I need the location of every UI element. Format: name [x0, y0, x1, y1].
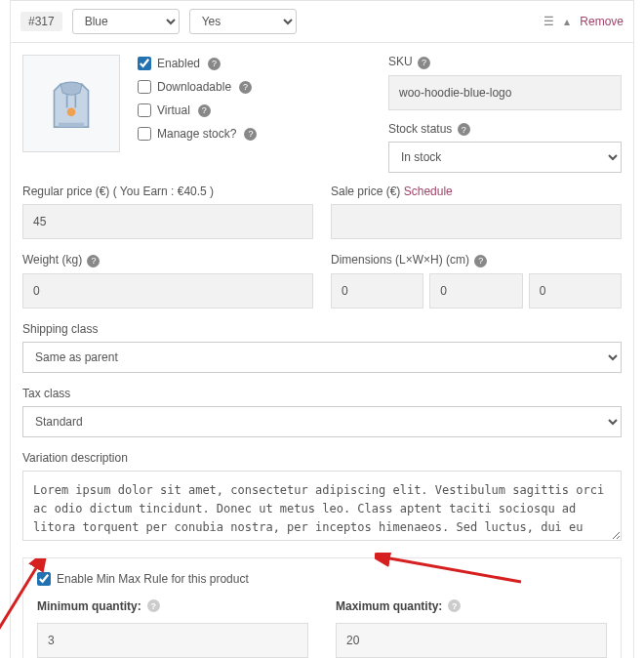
svg-point-2 [67, 107, 76, 116]
max-qty-label: Maximum quantity: ? [336, 599, 607, 613]
minmax-panel: Enable Min Max Rule for this product Min… [22, 557, 622, 659]
shipping-class-label: Shipping class [22, 322, 622, 336]
shipping-class-select[interactable]: Same as parent [22, 342, 622, 373]
tax-class-label: Tax class [22, 387, 622, 400]
downloadable-checkbox[interactable]: Downloadable ? [138, 80, 371, 94]
min-qty-input[interactable] [37, 623, 308, 658]
variation-image[interactable] [22, 55, 120, 152]
help-icon[interactable]: ? [87, 255, 100, 267]
max-qty-input[interactable] [336, 623, 607, 658]
help-icon[interactable]: ? [448, 599, 461, 612]
collapse-icon[interactable]: ▴ [564, 15, 570, 28]
stock-status-label: Stock status ? [388, 122, 622, 137]
sale-price-label: Sale price (€) Schedule [331, 185, 622, 198]
variation-description-label: Variation description [22, 451, 622, 465]
min-qty-label: Minimum quantity: ? [37, 599, 308, 613]
enabled-label: Enabled [157, 57, 200, 70]
attribute-select-1[interactable]: Blue [72, 9, 180, 34]
svg-rect-3 [59, 123, 84, 127]
sale-price-input[interactable] [331, 204, 622, 239]
variation-options: Enabled ? Downloadable ? Virtual ? Manag… [138, 55, 371, 173]
help-icon[interactable]: ? [208, 58, 221, 70]
help-icon[interactable]: ? [147, 599, 160, 612]
downloadable-label: Downloadable [157, 80, 231, 94]
help-icon[interactable]: ? [458, 123, 470, 136]
manage-stock-label: Manage stock? [157, 127, 236, 141]
enable-minmax-label: Enable Min Max Rule for this product [57, 572, 249, 586]
manage-stock-checkbox[interactable]: Manage stock? ? [138, 127, 371, 141]
svg-line-5 [0, 563, 39, 632]
schedule-link[interactable]: Schedule [404, 185, 453, 198]
tax-class-select[interactable]: Standard [22, 406, 622, 437]
variation-id: #317 [20, 12, 62, 31]
sku-label: SKU ? [388, 55, 622, 69]
weight-input[interactable] [22, 273, 313, 308]
dimensions-label: Dimensions (L×W×H) (cm) ? [331, 253, 622, 267]
virtual-checkbox[interactable]: Virtual ? [138, 103, 371, 117]
weight-label: Weight (kg) ? [22, 253, 313, 267]
variation-description-textarea[interactable] [22, 471, 622, 541]
help-icon[interactable]: ? [244, 128, 257, 141]
sku-input[interactable] [388, 75, 622, 110]
svg-line-4 [384, 557, 521, 582]
annotation-arrow [0, 558, 51, 637]
regular-price-label: Regular price (€) ( You Earn : €40.5 ) [22, 185, 313, 198]
regular-price-input[interactable] [22, 204, 313, 239]
stock-status-select[interactable]: In stock [388, 142, 622, 173]
dimension-width-input[interactable] [429, 273, 522, 308]
help-icon[interactable]: ? [474, 255, 487, 267]
help-icon[interactable]: ? [198, 104, 211, 117]
remove-link[interactable]: Remove [580, 15, 624, 28]
menu-icon[interactable]: ☰ [543, 15, 554, 28]
attribute-select-2[interactable]: Yes [189, 9, 297, 34]
dimension-height-input[interactable] [529, 273, 622, 308]
help-icon[interactable]: ? [418, 57, 430, 69]
virtual-label: Virtual [157, 103, 190, 117]
help-icon[interactable]: ? [239, 81, 252, 94]
variation-header: #317 Blue Yes ☰ ▴ Remove [11, 1, 633, 43]
dimension-length-input[interactable] [331, 273, 423, 308]
enabled-checkbox[interactable]: Enabled ? [138, 57, 371, 70]
annotation-arrow [375, 553, 531, 592]
